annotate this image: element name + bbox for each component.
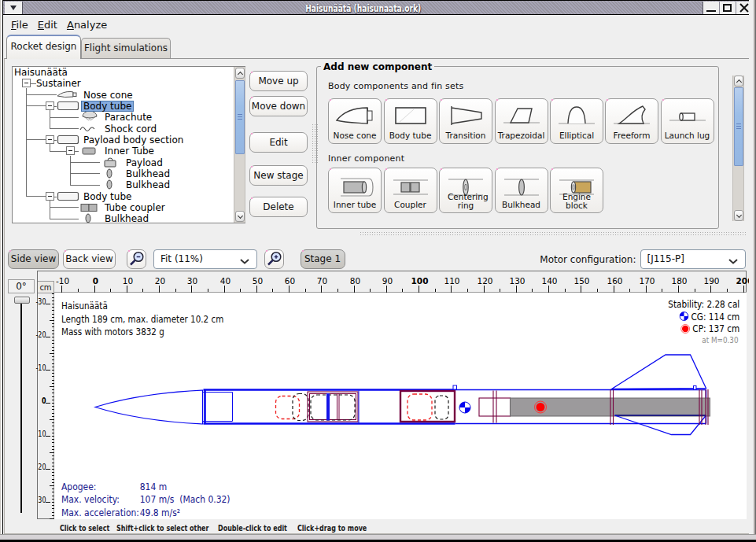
tree-item[interactable]: Payload: [13, 157, 245, 168]
tree-expand-box[interactable]: [46, 101, 54, 110]
body-tube-icon: [390, 103, 431, 128]
new-stage-button[interactable]: New stage: [249, 165, 308, 186]
palette-scroll-up-button[interactable]: [734, 76, 743, 87]
zoom-out-button[interactable]: [127, 249, 146, 269]
chevron-down-icon: [240, 259, 249, 264]
palette-centering-ring-button[interactable]: Centering ring: [439, 168, 492, 213]
palette-elliptical-button[interactable]: Elliptical: [550, 98, 603, 144]
minimize-button[interactable]: [703, 2, 720, 14]
tree-item[interactable]: Bulkhead: [13, 168, 245, 179]
tree-item[interactable]: Body tube: [13, 101, 245, 112]
window-titlebar[interactable]: Haisunäätä (haisunaata.ork): [1, 1, 755, 15]
tree-item-label[interactable]: Body tube: [83, 191, 131, 202]
tree-scroll-down-button[interactable]: [235, 211, 245, 222]
palette-inner-tube-button[interactable]: Inner tube: [328, 168, 382, 213]
back-view-button[interactable]: Back view: [63, 249, 116, 269]
tree-expand-box[interactable]: [66, 146, 75, 155]
horizontal-splitter[interactable]: [360, 231, 746, 237]
zoom-level-value: Fit (11%): [160, 253, 203, 264]
tree-item[interactable]: Inner Tube: [13, 146, 245, 157]
tree-scrollbar-thumb[interactable]: [235, 80, 245, 154]
window-right-border: [749, 0, 756, 542]
menu-file[interactable]: File: [11, 19, 28, 31]
palette-transition-button[interactable]: Transition: [439, 98, 492, 144]
tree-scrollbar[interactable]: [234, 67, 245, 223]
window-menu-icon[interactable]: [5, 2, 23, 14]
delete-button[interactable]: Delete: [249, 197, 308, 217]
tree-item[interactable]: Bulkhead: [13, 213, 245, 223]
maximize-button[interactable]: [720, 2, 736, 14]
tab-flight-simulations[interactable]: Flight simulations: [81, 38, 171, 58]
freeform-fin-icon: [611, 103, 652, 128]
tree-item-label[interactable]: Haisunäätä: [14, 67, 68, 78]
tree-item-label[interactable]: Bulkhead: [126, 179, 170, 190]
tree-item-label[interactable]: Bulkhead: [126, 168, 170, 179]
motor-configuration-label: Motor configuration:: [540, 254, 636, 265]
tree-expand-box[interactable]: [46, 135, 54, 144]
edit-button[interactable]: Edit: [249, 132, 308, 153]
palette-coupler-button[interactable]: Coupler: [384, 168, 437, 213]
rotation-slider-handle[interactable]: [14, 297, 30, 304]
tree-item[interactable]: Sustainer: [13, 78, 245, 89]
side-view-button[interactable]: Side view: [8, 249, 59, 269]
palette-scrollbar-thumb[interactable]: [734, 87, 743, 166]
tree-item-label[interactable]: Inner Tube: [105, 146, 154, 157]
tree-item-label[interactable]: Tube coupler: [105, 202, 165, 213]
tree-item-label[interactable]: Bulkhead: [105, 213, 149, 223]
tab-rocket-design[interactable]: Rocket design: [6, 35, 81, 59]
tree-item-label[interactable]: Payload: [126, 157, 163, 168]
tree-item[interactable]: Shock cord: [13, 124, 245, 135]
palette-engine-block-button[interactable]: Engine block: [550, 168, 603, 213]
lower-fin-outline: [615, 415, 706, 435]
tree-expand-box[interactable]: [46, 192, 54, 201]
rotation-angle-field[interactable]: 0°: [8, 279, 35, 293]
palette-freeform-button[interactable]: Freeform: [605, 98, 658, 144]
tree-item-label[interactable]: Payload body section: [83, 135, 183, 146]
tree-item[interactable]: Nose cone: [13, 90, 245, 101]
palette-nose-cone-button[interactable]: Nose cone: [328, 98, 382, 144]
vertical-splitter[interactable]: [312, 124, 319, 163]
svg-text:40: 40: [220, 276, 230, 286]
move-up-button[interactable]: Move up: [249, 71, 308, 91]
tree-item[interactable]: Bulkhead: [13, 179, 245, 190]
svg-text:140: 140: [541, 276, 557, 286]
nose-cone-outline: [95, 390, 203, 424]
tree-item-label[interactable]: Nose cone: [83, 90, 133, 101]
stage-1-toggle[interactable]: Stage 1: [301, 249, 345, 269]
rotation-slider-track[interactable]: [20, 304, 22, 513]
shock-cord-2-outline: [435, 396, 448, 419]
tree-item[interactable]: Haisunäätä: [13, 67, 245, 78]
motor-configuration-combo[interactable]: [J115-P]: [640, 249, 746, 269]
tree-item[interactable]: Body tube: [13, 191, 245, 202]
tree-item[interactable]: Payload body section: [13, 135, 245, 146]
tree-item-label[interactable]: Body tube: [81, 101, 134, 112]
body-components-label: Body components and fin sets: [328, 81, 463, 91]
tree-expand-box[interactable]: [22, 79, 31, 87]
tree-item[interactable]: Parachute: [13, 112, 245, 123]
tree-item[interactable]: Tube coupler: [13, 202, 245, 213]
palette-bulkhead-button[interactable]: Bulkhead: [495, 168, 548, 213]
chevron-down-icon: [736, 212, 742, 218]
menu-edit[interactable]: Edit: [38, 19, 57, 31]
chevron-up-icon: [736, 79, 742, 85]
zoom-level-combo[interactable]: Fit (11%): [153, 249, 257, 269]
component-tree[interactable]: HaisunäätäSustainerNose coneBody tubePar…: [12, 66, 245, 223]
tree-item-label[interactable]: Sustainer: [36, 78, 81, 89]
palette-scroll-down-button[interactable]: [734, 210, 743, 221]
tree-item-label[interactable]: Shock cord: [105, 124, 157, 135]
palette-body-tube-button[interactable]: Body tube: [384, 98, 437, 144]
menu-analyze[interactable]: Analyze: [67, 19, 107, 31]
palette-trapezoidal-button[interactable]: Trapezoidal: [495, 98, 548, 144]
svg-text:80: 80: [350, 276, 360, 286]
tree-scroll-up-button[interactable]: [235, 68, 245, 79]
zoom-in-button[interactable]: [264, 249, 284, 269]
apogee-label: Apogee:: [61, 481, 96, 492]
max-velocity-value: 107 m/s (Mach 0.32): [140, 493, 230, 506]
move-down-button[interactable]: Move down: [249, 96, 308, 116]
svg-text:50: 50: [253, 276, 263, 286]
tree-bulkhead-icon: [79, 213, 101, 223]
palette-launch-lug-button[interactable]: Launch lug: [661, 98, 714, 144]
tree-item-label[interactable]: Parachute: [105, 112, 152, 123]
window-left-border: [0, 0, 3, 542]
palette-scrollbar[interactable]: [732, 76, 744, 221]
